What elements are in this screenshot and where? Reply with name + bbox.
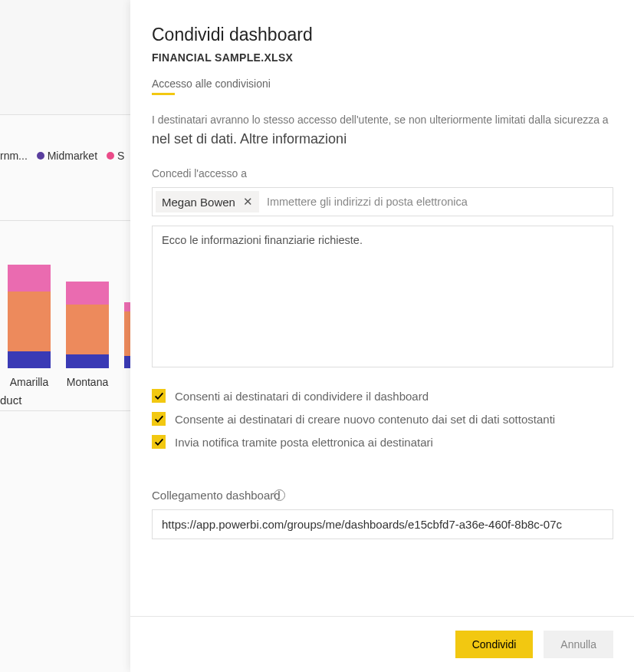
divider <box>0 410 130 411</box>
bar-segment <box>66 354 109 368</box>
bar <box>66 282 109 368</box>
checkbox-row[interactable]: Invia notifica tramite posta elettronica… <box>152 435 613 449</box>
divider <box>0 220 130 221</box>
checkbox-checked-icon[interactable] <box>152 412 166 426</box>
recipients-field[interactable]: Megan Bowen ✕ <box>152 187 613 216</box>
bar-segment <box>8 351 51 368</box>
link-label-text: Collegamento dashboard <box>152 489 281 502</box>
legend-dot-icon <box>107 152 114 160</box>
legend-item: S <box>107 150 124 162</box>
legend-item: rnm... <box>0 150 28 162</box>
panel-title: Condividi dashboard <box>152 25 613 45</box>
legend-item: Midmarket <box>37 150 97 162</box>
chart-legend: rnm... Midmarket S <box>0 150 130 162</box>
checkbox-label: Invia notifica tramite posta elettronica… <box>175 436 433 449</box>
message-textarea[interactable] <box>152 226 613 367</box>
recipient-input[interactable] <box>259 191 609 212</box>
recipient-name: Megan Bowen <box>162 196 235 209</box>
checkbox-row[interactable]: Consente ai destinatari di creare nuovo … <box>152 412 613 426</box>
remove-recipient-icon[interactable]: ✕ <box>243 195 253 209</box>
dashboard-link-input[interactable] <box>152 509 613 539</box>
checkbox-checked-icon[interactable] <box>152 435 166 449</box>
info-icon[interactable]: i <box>274 489 285 501</box>
share-button[interactable]: Condividi <box>455 631 534 658</box>
legend-text: rnm... <box>0 150 28 162</box>
checkbox-checked-icon[interactable] <box>152 389 166 403</box>
bar-label: Montana <box>66 376 109 388</box>
checkbox-row[interactable]: Consenti ai destinatari di condividere i… <box>152 389 613 403</box>
legend-text: Midmarket <box>48 150 97 162</box>
checkbox-label: Consenti ai destinatari di condividere i… <box>175 390 429 403</box>
bar-segment <box>66 282 109 305</box>
legend-dot-icon <box>37 152 44 160</box>
bar <box>8 265 51 368</box>
legend-text: S <box>117 150 124 162</box>
checkbox-label: Consente ai destinatari di creare nuovo … <box>175 413 555 426</box>
grant-access-label: Concedi l'accesso a <box>152 167 613 180</box>
bar-label: Amarilla <box>8 376 51 388</box>
axis-label: duct <box>0 394 21 407</box>
description-more-link[interactable]: nel set di dati. Altre informazioni <box>152 131 613 147</box>
recipient-chip[interactable]: Megan Bowen ✕ <box>156 191 259 212</box>
tab-access[interactable]: Accesso alle condivisioni <box>152 77 613 90</box>
panel-subtitle: FINANCIAL SAMPLE.XLSX <box>152 51 613 64</box>
tab-underline <box>152 93 175 95</box>
cancel-button[interactable]: Annulla <box>544 631 613 658</box>
panel-footer: Condividi Annulla <box>130 616 634 672</box>
bar-segment <box>66 305 109 354</box>
dashboard-link-label: Collegamento dashboard i <box>152 489 613 502</box>
bar-segment <box>8 292 51 351</box>
bar-segment <box>8 265 51 292</box>
description-text: I destinatari avranno lo stesso accesso … <box>152 112 613 128</box>
share-dashboard-panel: Condividi dashboard FINANCIAL SAMPLE.XLS… <box>130 0 634 672</box>
